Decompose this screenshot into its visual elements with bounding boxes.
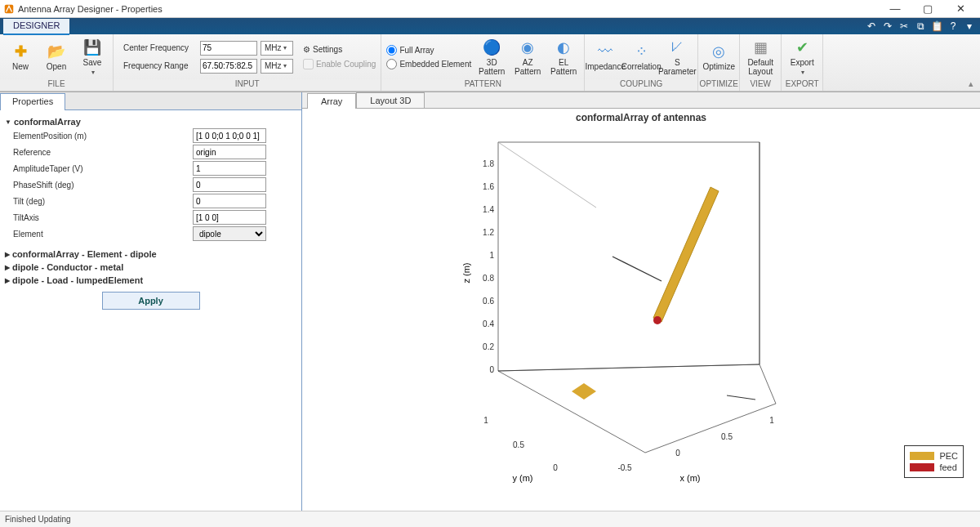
s-parameter-button[interactable]: ⩗ S Parameter — [662, 38, 693, 76]
ribbon-group-label: COUPLING — [585, 79, 697, 91]
element-select[interactable]: dipole — [193, 226, 266, 241]
plot-legend: PEC feed — [904, 445, 964, 478]
open-button[interactable]: 📂 Open — [41, 42, 72, 71]
target-icon: ◎ — [710, 42, 728, 60]
maximize-button[interactable]: ▢ — [911, 1, 944, 17]
svg-text:0.8: 0.8 — [483, 274, 494, 283]
section-element-dipole[interactable]: conformalArray - Element - dipole — [5, 249, 296, 259]
azimuth-icon: ◉ — [519, 38, 537, 56]
visualization-panel: Array Layout 3D conformalArray of antenn… — [302, 92, 980, 511]
prop-label: AmplitudeTaper (V) — [13, 164, 193, 173]
svg-text:1.6: 1.6 — [483, 182, 494, 191]
svg-text:1: 1 — [483, 416, 488, 425]
export-button[interactable]: ✔ Export — [786, 38, 817, 76]
ribbon-toolbar: ✚ New 📂 Open 💾 Save FILE Center Frequenc… — [0, 34, 980, 92]
az-pattern-button[interactable]: ◉ AZ Pattern — [512, 38, 543, 76]
prop-label: Tilt (deg) — [13, 197, 193, 206]
elevation-icon: ◐ — [555, 38, 572, 56]
save-icon: 💾 — [83, 38, 101, 56]
svg-text:1: 1 — [489, 251, 494, 260]
svg-text:0: 0 — [553, 463, 558, 472]
scatter-icon: ⁘ — [632, 42, 650, 60]
settings-button[interactable]: ⚙ Settings — [303, 45, 376, 54]
freq-range-label: Frequency Range — [123, 61, 197, 70]
tilt-input[interactable] — [193, 194, 266, 208]
element-position-input[interactable] — [193, 128, 266, 143]
svg-marker-29 — [572, 383, 584, 400]
section-conductor-metal[interactable]: dipole - Conductor - metal — [5, 262, 296, 272]
svg-point-28 — [653, 316, 662, 324]
ribbon-collapse-icon[interactable]: ▴ — [969, 78, 973, 89]
default-layout-button[interactable]: ▦ Default Layout — [745, 38, 776, 76]
el-pattern-button[interactable]: ◐ EL Pattern — [548, 38, 579, 76]
section-load-lumped[interactable]: dipole - Load - lumpedElement — [5, 275, 296, 285]
svg-text:-0.5: -0.5 — [617, 463, 632, 472]
folder-open-icon: 📂 — [47, 42, 65, 60]
ribbon-group-label: INPUT — [114, 79, 381, 91]
correlation-button[interactable]: ⁘ Correlation — [626, 42, 657, 71]
enable-coupling-checkbox[interactable]: Enable Coupling — [303, 59, 376, 69]
ribbon-group-coupling: 〰 Impedance ⁘ Correlation ⩗ S Parameter … — [585, 34, 698, 91]
impedance-button[interactable]: 〰 Impedance — [590, 42, 621, 71]
svg-text:0: 0 — [489, 365, 494, 374]
optimize-button[interactable]: ◎ Optimize — [703, 42, 734, 71]
close-button[interactable]: ✕ — [944, 1, 977, 17]
copy-icon[interactable]: ⧉ — [915, 20, 926, 32]
ribbon-group-optimize: ◎ Optimize OPTIMIZE — [698, 34, 740, 91]
svg-line-6 — [498, 364, 760, 371]
undo-icon[interactable]: ↶ — [866, 20, 877, 32]
status-text: Finished Updating — [5, 515, 71, 524]
svg-line-4 — [498, 142, 596, 208]
ribbon-group-label: EXPORT — [782, 79, 822, 91]
prop-label: ElementPosition (m) — [13, 132, 193, 141]
paste-icon[interactable]: 📋 — [931, 20, 942, 32]
tilt-axis-input[interactable] — [193, 210, 266, 225]
freq-range-unit[interactable]: MHz — [261, 59, 293, 74]
svg-marker-30 — [584, 383, 596, 400]
tab-array[interactable]: Array — [307, 93, 356, 109]
prop-label: TiltAxis — [13, 213, 193, 222]
svg-text:1.8: 1.8 — [483, 159, 494, 168]
check-icon: ✔ — [793, 38, 811, 56]
phase-shift-input[interactable] — [193, 177, 266, 192]
tab-properties[interactable]: Properties — [0, 93, 65, 110]
svg-line-31 — [612, 257, 662, 281]
3d-pattern-button[interactable]: 🔵 3D Pattern — [476, 38, 507, 76]
svg-marker-27 — [653, 187, 719, 322]
ribbon-tab-designer[interactable]: DESIGNER — [3, 19, 69, 35]
minimize-button[interactable]: — — [879, 1, 911, 17]
ribbon-group-input: Center Frequency MHz Frequency Range MHz… — [114, 34, 381, 91]
plot-3d: 0 0.2 0.4 0.6 0.8 1 1.2 1.4 1.6 1.8 0 0.… — [302, 109, 980, 511]
svg-text:1.2: 1.2 — [483, 228, 494, 237]
app-icon — [3, 3, 15, 15]
new-button[interactable]: ✚ New — [5, 42, 36, 71]
center-freq-input[interactable] — [200, 41, 257, 56]
svg-text:0.5: 0.5 — [513, 440, 524, 449]
redo-icon[interactable]: ↷ — [882, 20, 893, 32]
plot-title: conformalArray of antennas — [302, 112, 980, 123]
expand-icon[interactable]: ▾ — [964, 20, 975, 32]
wave-icon: 〰 — [596, 42, 614, 60]
apply-button[interactable]: Apply — [102, 292, 200, 310]
tab-layout3d[interactable]: Layout 3D — [356, 92, 425, 108]
save-button[interactable]: 💾 Save — [77, 38, 108, 76]
ribbon-group-label: PATTERN — [381, 79, 584, 91]
plot-3d-area[interactable]: conformalArray of antennas — [302, 109, 980, 511]
properties-panel: Properties conformalArray ElementPositio… — [0, 92, 302, 511]
prop-label: Element — [13, 230, 193, 239]
svg-text:0.2: 0.2 — [483, 342, 494, 351]
gear-icon: ⚙ — [303, 45, 310, 54]
section-conformalarray[interactable]: conformalArray — [5, 117, 296, 127]
full-array-radio[interactable]: Full Array — [386, 45, 471, 56]
help-icon[interactable]: ? — [947, 20, 959, 32]
svg-text:0: 0 — [675, 449, 680, 458]
cut-icon[interactable]: ✂ — [898, 20, 910, 32]
center-freq-unit[interactable]: MHz — [261, 41, 293, 56]
center-freq-label: Center Frequency — [123, 43, 197, 52]
amplitude-taper-input[interactable] — [193, 161, 266, 176]
freq-range-input[interactable] — [200, 59, 257, 74]
ribbon-tabstrip: DESIGNER ↶ ↷ ✂ ⧉ 📋 ? ▾ — [0, 18, 980, 34]
embedded-element-radio[interactable]: Embedded Element — [386, 59, 471, 69]
status-bar: Finished Updating — [0, 511, 980, 527]
reference-input[interactable] — [193, 145, 266, 159]
